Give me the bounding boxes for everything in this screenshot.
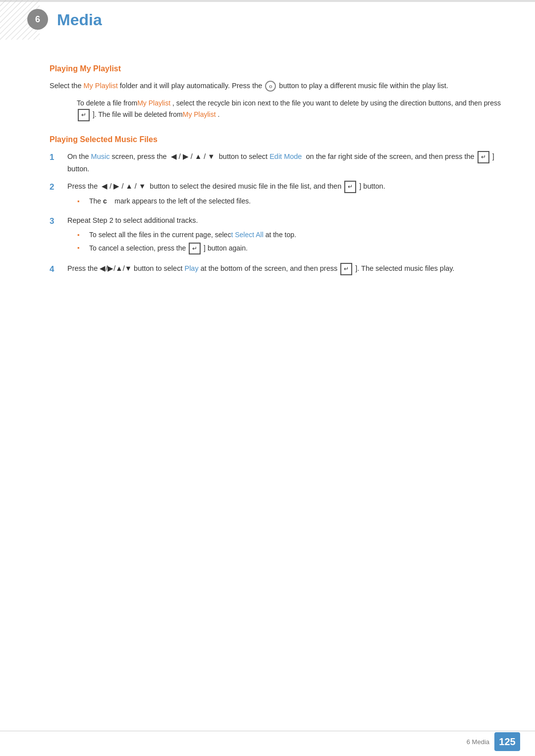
step-1-content: On the Music screen, press the ◀ / ▶ / ▲…	[67, 151, 505, 175]
footer-chapter-label: 6 Media	[467, 738, 489, 746]
step-3-sub-1-text: To select all the files in the current p…	[89, 230, 296, 240]
step-3-sub-1: ▪ To select all the files in the current…	[77, 230, 505, 240]
sub-bullet-1: ▪	[77, 197, 86, 206]
step-3-number: 3	[50, 214, 63, 228]
step-2-sub-1: ▪ The c mark appears to the left of the …	[77, 196, 505, 206]
content-area: Playing My Playlist Select the My Playli…	[50, 64, 505, 726]
enter-button-3: ↵	[189, 243, 201, 254]
edit-mode-link: Edit Mode	[269, 152, 302, 160]
step-3-sub-list: ▪ To select all the files in the current…	[77, 230, 505, 254]
step-1: 1 On the Music screen, press the ◀ / ▶ /…	[50, 151, 505, 175]
my-playlist-link-1: My Playlist	[84, 82, 118, 90]
step-2-sub-list: ▪ The c mark appears to the left of the …	[77, 196, 505, 206]
music-link-1: Music	[91, 152, 110, 160]
footer-page-number: 125	[494, 732, 520, 751]
section-playing-selected: Playing Selected Music Files 1 On the Mu…	[50, 135, 505, 276]
step-4-number: 4	[50, 262, 63, 276]
chapter-number: 6	[27, 9, 48, 30]
enter-button-2: ↵	[344, 181, 356, 193]
section-heading-my-playlist: Playing My Playlist	[50, 64, 505, 73]
footer-line	[0, 731, 535, 731]
step-3: 3 Repeat Step 2 to select additional tra…	[50, 215, 505, 256]
step-2: 2 Press the ◀ / ▶ / ▲ / ▼ button to sele…	[50, 181, 505, 209]
enter-button-4: ↵	[340, 263, 352, 275]
step-1-number: 1	[50, 151, 63, 164]
section-playing-my-playlist: Playing My Playlist Select the My Playli…	[50, 64, 505, 121]
o-button: o	[265, 81, 276, 92]
step-2-content: Press the ◀ / ▶ / ▲ / ▼ button to select…	[67, 181, 505, 209]
footer: 6 Media 125	[0, 732, 535, 751]
my-playlist-link-note: My Playlist	[137, 99, 170, 107]
play-link: Play	[184, 264, 198, 272]
enter-button-note: ↵	[78, 109, 90, 121]
enter-button-1: ↵	[478, 151, 489, 163]
select-all-link: t Select All	[231, 231, 263, 239]
my-playlist-link-note-2: My Playlist	[183, 110, 216, 118]
top-border	[0, 0, 535, 2]
section-heading-selected: Playing Selected Music Files	[50, 135, 505, 144]
sub-bullet-2: ▪	[77, 230, 86, 240]
step-4-content: Press the ◀/▶/▲/▼ button to select Play …	[67, 263, 505, 275]
step-3-sub-2: ▪ To cancel a selection, press the ↵ ] b…	[77, 243, 505, 254]
page-title: Media	[57, 11, 102, 29]
page-container: 6 Media Playing My Playlist Select the M…	[0, 0, 535, 756]
step-2-sub-1-text: The c mark appears to the left of the se…	[89, 196, 251, 206]
section-1-para: Select the My Playlist folder and it wil…	[50, 80, 505, 92]
step-3-content: Repeat Step 2 to select additional track…	[67, 215, 505, 256]
step-4: 4 Press the ◀/▶/▲/▼ button to select Pla…	[50, 263, 505, 276]
sub-bullet-3: ▪	[77, 243, 86, 253]
note-block-1: To delete a file fromMy Playlist , selec…	[77, 98, 505, 121]
step-3-sub-2-text: To cancel a selection, press the ↵ ] but…	[89, 243, 248, 254]
step-2-number: 2	[50, 180, 63, 194]
steps-list: 1 On the Music screen, press the ◀ / ▶ /…	[50, 151, 505, 276]
